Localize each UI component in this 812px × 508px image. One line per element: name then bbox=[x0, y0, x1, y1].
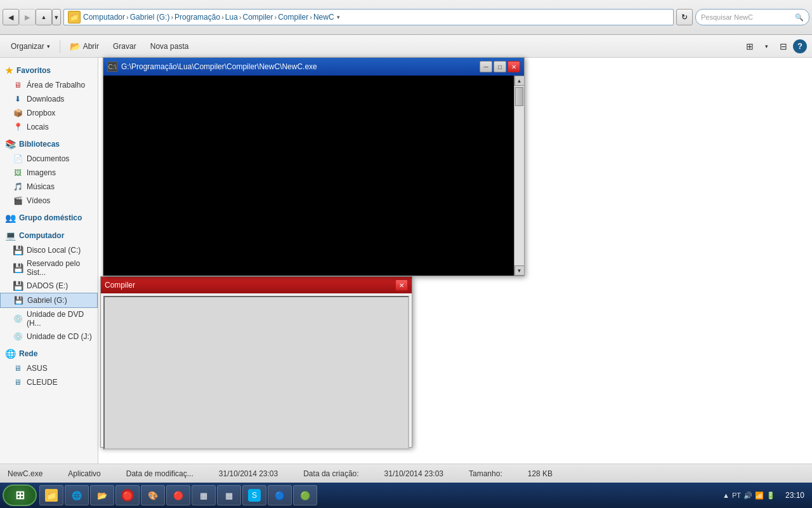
organize-button[interactable]: Organizar ▾ bbox=[5, 37, 56, 55]
compiler-window: Compiler ✕ bbox=[100, 276, 412, 448]
sidebar-grupo-header[interactable]: 👥 Grupo doméstico bbox=[0, 210, 98, 225]
search-placeholder: Pesquisar NewC bbox=[701, 13, 753, 21]
forward-button[interactable]: ▶ bbox=[19, 9, 36, 25]
search-box[interactable]: Pesquisar NewC 🔍 bbox=[695, 9, 809, 25]
help-button[interactable]: ? bbox=[793, 39, 807, 53]
path-gabriel[interactable]: Gabriel (G:) bbox=[130, 13, 170, 22]
taskbar-item-app2[interactable]: 🎨 bbox=[141, 485, 165, 505]
refresh-button[interactable]: ↻ bbox=[676, 9, 693, 25]
sidebar-item-dados[interactable]: 💾 DADOS (E:) bbox=[0, 279, 98, 293]
up-button[interactable]: ▲ bbox=[36, 9, 52, 25]
sidebar-gabriel-label: Gabriel (G:) bbox=[27, 296, 67, 305]
terminal-display bbox=[103, 76, 514, 276]
taskbar-item-folder[interactable]: 📂 bbox=[90, 485, 114, 505]
console-title: G:\Programação\Lua\Compiler\Compiler\New… bbox=[121, 62, 317, 71]
sidebar-item-dvd[interactable]: 💿 Unidade de DVD (H... bbox=[0, 308, 98, 330]
taskbar-item-chrome[interactable]: 🌐 bbox=[65, 485, 89, 505]
sidebar-item-gabriel[interactable]: 💾 Gabriel (G:) bbox=[0, 293, 98, 308]
sidebar-item-musicas[interactable]: 🎵 Músicas bbox=[0, 180, 98, 194]
sidebar-item-reservado[interactable]: 💾 Reservado pelo Sist... bbox=[0, 257, 98, 279]
search-icon[interactable]: 🔍 bbox=[795, 13, 804, 22]
dados-icon: 💾 bbox=[13, 281, 23, 291]
history-dropdown[interactable]: ▾ bbox=[52, 9, 61, 25]
sidebar-item-diskc[interactable]: 💾 Disco Local (C:) bbox=[0, 243, 98, 257]
computer-label: Computador bbox=[19, 231, 64, 240]
address-dropdown-arrow[interactable]: ▾ bbox=[337, 14, 340, 20]
sidebar-group-grupo: 👥 Grupo doméstico bbox=[0, 210, 98, 225]
status-type: Aplicativo bbox=[68, 469, 100, 478]
app7-taskbar-icon: 🟢 bbox=[299, 489, 311, 502]
taskbar-item-explorer[interactable]: 📁 bbox=[39, 485, 63, 505]
address-bar[interactable]: 📁 Computador › Gabriel (G:) › Programaçã… bbox=[63, 9, 674, 25]
sidebar-group-network: 🌐 Rede 🖥 ASUS 🖥 CLEUDE bbox=[0, 346, 98, 389]
app6-taskbar-icon: 🔵 bbox=[273, 489, 286, 502]
status-filename: NewC.exe bbox=[8, 469, 43, 478]
back-button[interactable]: ◀ bbox=[3, 9, 19, 25]
sidebar-libraries-header[interactable]: 📚 Bibliotecas bbox=[0, 137, 98, 152]
tray-battery-icon[interactable]: 🔋 bbox=[766, 491, 775, 500]
console-titlebar[interactable]: C:\ G:\Programação\Lua\Compiler\Compiler… bbox=[103, 58, 524, 76]
taskbar-item-app6[interactable]: 🔵 bbox=[268, 485, 292, 505]
sidebar-item-downloads[interactable]: ⬇ Downloads bbox=[0, 92, 98, 106]
sidebar-item-imagens[interactable]: 🖼 Imagens bbox=[0, 166, 98, 180]
sidebar-desktop-label: Área de Trabalho bbox=[27, 81, 85, 90]
compiler-window-controls: ✕ bbox=[395, 279, 408, 291]
console-maximize-button[interactable]: □ bbox=[494, 61, 506, 72]
compiler-close-button[interactable]: ✕ bbox=[395, 279, 408, 291]
path-newc[interactable]: NewC bbox=[313, 13, 334, 22]
taskbar-item-app7[interactable]: 🟢 bbox=[293, 485, 317, 505]
sidebar-item-cdrom[interactable]: 💿 Unidade de CD (J:) bbox=[0, 330, 98, 344]
console-minimize-button[interactable]: ─ bbox=[480, 61, 492, 72]
preview-pane-button[interactable]: ⊟ bbox=[774, 37, 793, 55]
path-computador[interactable]: Computador bbox=[83, 13, 125, 22]
taskbar-item-app1[interactable]: 🔴 bbox=[115, 485, 140, 505]
reservado-icon: 💾 bbox=[13, 263, 23, 273]
view-toggle[interactable]: ⊞ bbox=[740, 37, 759, 55]
start-button[interactable]: ⊞ bbox=[3, 485, 37, 506]
sidebar-item-videos[interactable]: 🎬 Vídeos bbox=[0, 194, 98, 208]
sidebar-item-dropbox[interactable]: 📦 Dropbox bbox=[0, 106, 98, 120]
path-programacao[interactable]: Programação bbox=[174, 13, 220, 22]
sidebar-videos-label: Vídeos bbox=[27, 196, 50, 205]
console-window-controls: ─ □ ✕ bbox=[480, 61, 520, 72]
sidebar-item-asus[interactable]: 🖥 ASUS bbox=[0, 361, 98, 375]
cdrom-icon: 💿 bbox=[13, 331, 23, 342]
network-label: Rede bbox=[19, 349, 37, 358]
scroll-thumb[interactable] bbox=[515, 87, 523, 106]
taskbar-clock[interactable]: 23:10 bbox=[780, 491, 809, 500]
sidebar-computer-header[interactable]: 💻 Computador bbox=[0, 228, 98, 243]
console-close-button[interactable]: ✕ bbox=[508, 61, 520, 72]
console-scrollbar[interactable]: ▲ ▼ bbox=[514, 76, 524, 276]
view-dropdown[interactable]: ▾ bbox=[759, 37, 774, 55]
taskbar-item-skype[interactable]: S bbox=[242, 485, 266, 505]
open-button[interactable]: 📂 Abrir bbox=[64, 37, 105, 55]
taskbar-item-app4[interactable]: ▦ bbox=[192, 485, 216, 505]
dvd-icon: 💿 bbox=[13, 314, 23, 324]
app2-taskbar-icon: 🎨 bbox=[147, 489, 159, 502]
taskbar-item-app3[interactable]: 🔴 bbox=[166, 485, 190, 505]
sidebar-cdrom-label: Unidade de CD (J:) bbox=[27, 332, 92, 341]
scroll-down-arrow[interactable]: ▼ bbox=[514, 265, 525, 276]
sidebar-item-cleude[interactable]: 🖥 CLEUDE bbox=[0, 375, 98, 389]
system-tray: ▲ PT 🔊 📶 🔋 bbox=[717, 491, 780, 500]
sidebar-group-computer: 💻 Computador 💾 Disco Local (C:) 💾 Reserv… bbox=[0, 228, 98, 344]
videos-icon: 🎬 bbox=[13, 196, 23, 206]
tray-volume-icon[interactable]: 🔊 bbox=[743, 491, 752, 500]
path-compiler1[interactable]: Compiler bbox=[243, 13, 273, 22]
burn-button[interactable]: Gravar bbox=[107, 37, 142, 55]
path-compiler2[interactable]: Compiler bbox=[278, 13, 308, 22]
sidebar-item-locais[interactable]: 📍 Locais bbox=[0, 120, 98, 134]
path-lua[interactable]: Lua bbox=[225, 13, 238, 22]
toolbar: Organizar ▾ 📂 Abrir Gravar Nova pasta ⊞ … bbox=[0, 35, 812, 58]
downloads-icon: ⬇ bbox=[13, 94, 23, 104]
new-folder-button[interactable]: Nova pasta bbox=[145, 37, 195, 55]
sidebar-item-documentos[interactable]: 📄 Documentos bbox=[0, 152, 98, 166]
tray-expand-button[interactable]: ▲ bbox=[723, 491, 730, 499]
tray-network-icon[interactable]: 📶 bbox=[755, 491, 764, 500]
taskbar-item-app5[interactable]: ▦ bbox=[217, 485, 241, 505]
sidebar-network-header[interactable]: 🌐 Rede bbox=[0, 346, 98, 361]
sidebar-favorites-header[interactable]: ★ Favoritos bbox=[0, 63, 98, 78]
scroll-up-arrow[interactable]: ▲ bbox=[514, 76, 525, 86]
compiler-titlebar[interactable]: Compiler ✕ bbox=[101, 277, 412, 293]
sidebar-item-desktop[interactable]: 🖥 Área de Trabalho bbox=[0, 78, 98, 92]
